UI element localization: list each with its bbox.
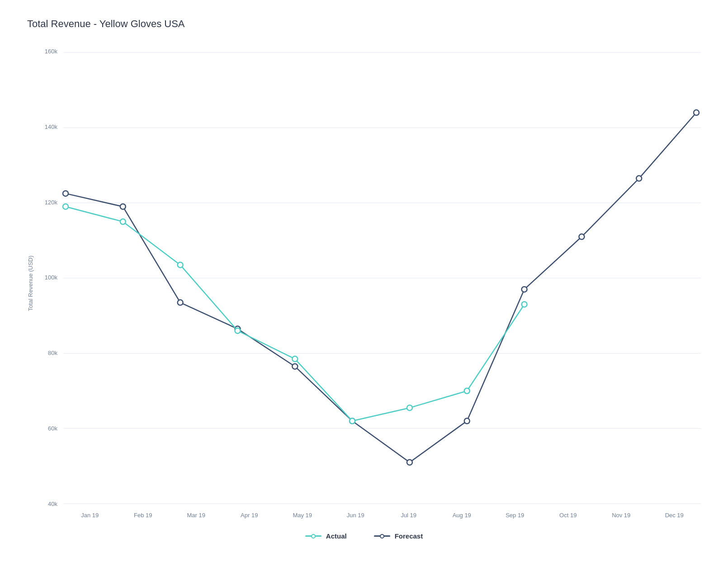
svg-point-43: [350, 418, 355, 424]
legend-dot-forecast: [380, 534, 384, 539]
svg-point-39: [120, 219, 126, 224]
legend-line-actual: [305, 535, 321, 537]
svg-point-29: [694, 110, 699, 115]
y-tick-label: 60k: [38, 425, 61, 432]
chart-inner: 160k140k120k100k80k60k40k Jan 19Feb 19Ma…: [38, 48, 701, 519]
svg-line-17: [639, 113, 696, 179]
chart-svg: [63, 48, 701, 508]
x-tick-label: Oct 19: [542, 512, 595, 519]
chart-area: Total Revenue (USD) 160k140k120k100k80k6…: [27, 48, 701, 519]
svg-line-35: [352, 408, 410, 421]
x-tick-label: Jul 19: [382, 512, 435, 519]
svg-line-7: [66, 194, 123, 207]
y-tick-labels: 160k140k120k100k80k60k40k: [38, 48, 61, 508]
plot-area: [63, 48, 701, 508]
x-tick-label: Mar 19: [170, 512, 223, 519]
y-tick-label: 160k: [38, 48, 61, 55]
x-tick-label: May 19: [276, 512, 329, 519]
x-axis: Jan 19Feb 19Mar 19Apr 19May 19Jun 19Jul …: [38, 512, 701, 519]
svg-line-34: [295, 359, 352, 421]
legend-item-actual: Actual: [305, 532, 347, 540]
x-tick-label: Apr 19: [223, 512, 276, 519]
svg-point-38: [63, 204, 68, 209]
svg-point-42: [292, 356, 298, 362]
legend-line-forecast: [374, 535, 390, 537]
x-tick-label: Jan 19: [63, 512, 117, 519]
y-axis-label: Total Revenue (USD): [27, 48, 34, 519]
svg-point-40: [178, 262, 183, 268]
x-tick-label: Jun 19: [329, 512, 383, 519]
x-tick-label: Nov 19: [595, 512, 648, 519]
legend-dot-actual: [311, 534, 316, 539]
x-tick-label: Aug 19: [435, 512, 489, 519]
svg-point-44: [407, 405, 412, 411]
y-tick-label: 120k: [38, 199, 61, 206]
svg-line-14: [467, 289, 525, 421]
chart-container: Total Revenue - Yellow Gloves USA Total …: [0, 0, 728, 567]
y-tick-label: 80k: [38, 350, 61, 356]
legend-item-forecast: Forecast: [374, 532, 423, 540]
x-tick-label: Sep 19: [488, 512, 542, 519]
y-tick-label: 140k: [38, 123, 61, 130]
legend: Actual Forecast: [27, 532, 701, 540]
svg-line-31: [123, 222, 180, 265]
svg-point-46: [522, 302, 527, 307]
x-tick-label: Dec 19: [648, 512, 701, 519]
svg-point-22: [292, 364, 298, 369]
chart-title: Total Revenue - Yellow Gloves USA: [27, 18, 701, 30]
svg-point-19: [120, 204, 126, 209]
svg-point-45: [464, 388, 470, 394]
legend-label-forecast: Forecast: [395, 532, 423, 540]
y-tick-label: 40k: [38, 501, 61, 507]
svg-line-12: [352, 421, 410, 462]
svg-line-30: [66, 207, 123, 222]
svg-point-25: [464, 418, 470, 424]
svg-point-28: [636, 176, 642, 181]
svg-point-27: [579, 234, 584, 240]
svg-line-11: [295, 366, 352, 421]
svg-line-33: [237, 331, 295, 359]
svg-line-32: [180, 265, 238, 331]
svg-line-36: [410, 391, 467, 408]
svg-point-20: [178, 300, 183, 305]
y-tick-label: 100k: [38, 274, 61, 281]
x-tick-label: Feb 19: [117, 512, 170, 519]
svg-line-8: [123, 207, 180, 302]
svg-line-9: [180, 302, 238, 329]
svg-point-18: [63, 191, 68, 196]
grid-and-plot: 160k140k120k100k80k60k40k: [38, 48, 701, 508]
svg-line-13: [410, 421, 467, 462]
legend-label-actual: Actual: [326, 532, 347, 540]
svg-point-26: [522, 287, 527, 292]
svg-point-24: [407, 460, 412, 465]
svg-line-37: [467, 304, 525, 391]
svg-line-16: [581, 179, 639, 237]
svg-point-41: [235, 328, 240, 333]
svg-line-15: [525, 237, 582, 289]
